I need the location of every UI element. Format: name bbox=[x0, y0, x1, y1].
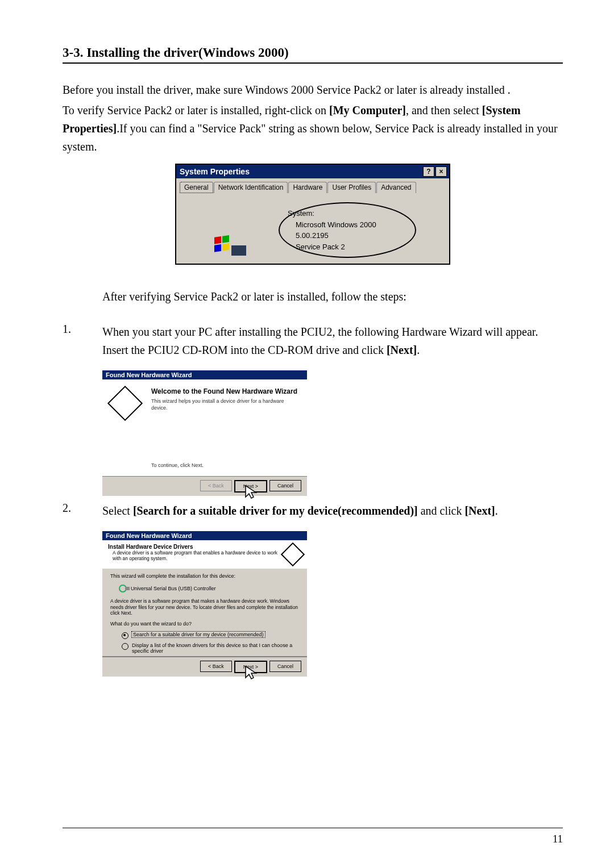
step-1: 1. When you start your PC after installi… bbox=[63, 323, 563, 359]
system-label: System: bbox=[288, 208, 407, 219]
svg-rect-1 bbox=[222, 235, 229, 243]
tab-general[interactable]: General bbox=[180, 182, 213, 193]
radio-dot-icon bbox=[122, 643, 128, 650]
my-computer-label: [My Computer] bbox=[329, 104, 406, 116]
svg-rect-3 bbox=[222, 243, 229, 251]
wizard1-heading: Welcome to the Found New Hardware Wizard bbox=[151, 387, 299, 395]
close-button[interactable]: × bbox=[435, 166, 447, 177]
usb-controller-icon bbox=[118, 583, 131, 594]
step-2-text-b: and click bbox=[418, 504, 465, 517]
radio-search-driver[interactable]: Search for a suitable driver for my devi… bbox=[122, 632, 299, 639]
wizard1-next-button[interactable]: Next > bbox=[234, 480, 267, 493]
sysprop-titlebar: System Properties ? × bbox=[176, 165, 449, 178]
tab-advanced[interactable]: Advanced bbox=[376, 182, 416, 193]
wizard2-back-button[interactable]: < Back bbox=[200, 661, 232, 672]
service-pack: Service Pack 2 bbox=[296, 241, 407, 253]
tab-network-identification[interactable]: Network Identification bbox=[214, 182, 288, 193]
svg-rect-2 bbox=[214, 244, 221, 252]
wizard2-line1: This wizard will complete the installati… bbox=[110, 573, 299, 579]
wizard2-opt2: Display a list of the known drivers for … bbox=[132, 642, 299, 654]
step-2: 2. Select [Search for a suitable driver … bbox=[63, 502, 563, 520]
wizard-welcome: Found New Hardware Wizard Welcome to the… bbox=[102, 370, 307, 496]
wizard2-device: Universal Serial Bus (USB) Controller bbox=[131, 586, 216, 591]
wizard2-desc2: A device driver is a software program th… bbox=[110, 598, 299, 616]
tab-hardware[interactable]: Hardware bbox=[288, 182, 327, 193]
step-1-number: 1. bbox=[63, 323, 102, 359]
sysprop-title: System Properties bbox=[180, 167, 250, 176]
intro-line2b: , and then select bbox=[406, 104, 482, 116]
os-name: Microsoft Windows 2000 bbox=[296, 219, 407, 231]
svg-rect-7 bbox=[125, 587, 130, 590]
help-button[interactable]: ? bbox=[423, 166, 434, 177]
step-2-text-c: . bbox=[495, 504, 498, 517]
tab-user-profiles[interactable]: User Profiles bbox=[327, 182, 376, 193]
wizard2-title: Found New Hardware Wizard bbox=[102, 531, 307, 540]
system-info-oval: System: Microsoft Windows 2000 5.00.2195… bbox=[279, 202, 416, 258]
intro-line2a: To verify Service Pack2 or later is inst… bbox=[63, 104, 329, 116]
radio-display-list[interactable]: Display a list of the known drivers for … bbox=[122, 642, 299, 654]
wizard1-title: Found New Hardware Wizard bbox=[102, 370, 307, 379]
footer-rule bbox=[63, 828, 563, 828]
sysprop-tabs: General Network Identification Hardware … bbox=[176, 178, 449, 193]
after-verify-text: After verifying Service Pack2 or later i… bbox=[102, 287, 563, 306]
radio-dot-selected-icon bbox=[122, 632, 128, 639]
wizard-install-drivers: Found New Hardware Wizard Install Hardwa… bbox=[102, 531, 307, 677]
wizard2-sub: A device driver is a software program th… bbox=[108, 550, 282, 561]
wizard2-next-button[interactable]: Next > bbox=[234, 661, 267, 673]
wizard2-cancel-button[interactable]: Cancel bbox=[269, 661, 301, 672]
windows-logo-icon bbox=[213, 235, 247, 258]
system-properties-window: System Properties ? × General Network Id… bbox=[175, 164, 450, 265]
wizard2-question: What do you want the wizard to do? bbox=[110, 621, 299, 627]
wizard1-back-button: < Back bbox=[200, 480, 232, 491]
step-1-next: [Next] bbox=[387, 344, 417, 356]
step-2-number: 2. bbox=[63, 502, 102, 520]
page-number: 11 bbox=[553, 833, 563, 845]
section-heading: 3-3. Installing the driver(Windows 2000) bbox=[63, 45, 289, 60]
intro-paragraph: Before you install the driver, make sure… bbox=[63, 81, 563, 156]
step-2-search: [Search for a suitable driver for my dev… bbox=[133, 504, 418, 517]
step-2-text-a: Select bbox=[102, 504, 133, 517]
svg-rect-4 bbox=[231, 245, 246, 256]
intro-line2c: .If you can find a "Service Pack" string… bbox=[63, 122, 558, 153]
wizard1-continue: To continue, click Next. bbox=[151, 462, 299, 469]
step-1-text-a: When you start your PC after installing … bbox=[102, 326, 538, 356]
wizard2-heading: Install Hardware Device Drivers bbox=[108, 544, 282, 550]
wizard-icon bbox=[107, 386, 143, 421]
step-2-next: [Next] bbox=[464, 504, 495, 517]
svg-rect-0 bbox=[214, 236, 221, 244]
os-version: 5.00.2195 bbox=[296, 230, 407, 241]
wizard2-icon bbox=[281, 542, 305, 566]
wizard1-cancel-button[interactable]: Cancel bbox=[269, 480, 301, 491]
step-1-text-b: . bbox=[417, 344, 420, 356]
intro-line1: Before you install the driver, make sure… bbox=[63, 84, 511, 96]
wizard1-desc: This wizard helps you install a device d… bbox=[151, 398, 299, 411]
wizard2-opt1: Search for a suitable driver for my devi… bbox=[132, 632, 265, 637]
